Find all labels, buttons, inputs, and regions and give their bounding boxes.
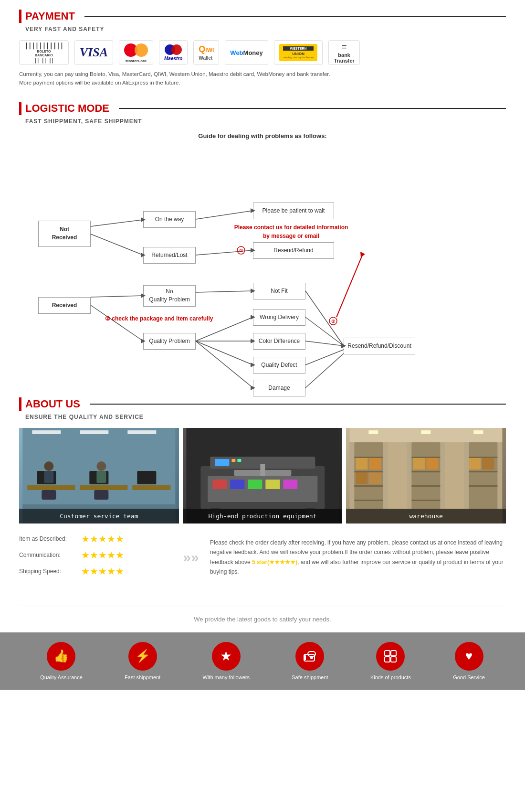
svg-rect-56 — [212, 480, 227, 489]
svg-rect-41 — [132, 485, 170, 490]
item-described-label: Item as Described: — [19, 535, 81, 542]
svg-rect-59 — [265, 480, 280, 489]
svg-line-29 — [305, 350, 344, 365]
svg-rect-84 — [412, 471, 441, 472]
good-service-icon: ♥ — [455, 642, 483, 671]
svg-marker-17 — [251, 315, 255, 320]
contact-text: Please contact us for detailed informati… — [220, 223, 363, 240]
payment-header-line — [84, 16, 506, 17]
kinds-products-label: Kinds of products — [370, 674, 411, 680]
rating-section: Item as Described: ★ ★ ★ ★ ★ Communicati… — [19, 533, 506, 582]
quality-assurance-item: 👍 Quality Assurance — [40, 642, 83, 680]
svg-rect-62 — [260, 464, 265, 476]
svg-rect-74 — [355, 457, 383, 458]
flowchart-lines: ① — [19, 149, 506, 378]
svg-marker-34 — [360, 252, 365, 257]
communication-label: Communication: — [19, 552, 81, 558]
svg-rect-40 — [80, 485, 127, 490]
svg-marker-15 — [251, 288, 255, 293]
damage-box: Damage — [253, 380, 305, 396]
svg-rect-82 — [412, 442, 441, 519]
svg-marker-13 — [141, 339, 146, 343]
svg-marker-19 — [251, 339, 255, 343]
svg-rect-93 — [469, 458, 481, 470]
payment-description: Currently, you can pay using Boleto, Vis… — [19, 70, 506, 87]
svg-rect-83 — [412, 457, 441, 458]
svg-rect-51 — [94, 490, 108, 500]
logistic-subtitle: FAST SHIPPMENT, SAFE SHIPPMENT — [25, 118, 506, 125]
payment-section: PAYMENT VERY FAST AND SAFETY |||||||||||… — [0, 0, 525, 97]
western-union-logo: WESTERN UNION moving money for better — [274, 40, 323, 65]
svg-rect-50 — [42, 490, 56, 500]
svg-rect-86 — [412, 500, 441, 501]
svg-rect-92 — [469, 485, 498, 487]
about-title: ABOUT US — [25, 398, 80, 410]
many-followers-label: With many followers — [203, 674, 250, 680]
svg-rect-70 — [369, 430, 378, 434]
kinds-products-item: Kinds of products — [370, 642, 411, 680]
payment-left-bar — [19, 10, 21, 23]
svg-line-20 — [196, 341, 253, 365]
svg-line-24 — [305, 291, 344, 346]
webmoney-logo: WebMoney — [225, 40, 268, 65]
svg-rect-81 — [369, 472, 381, 484]
caption-customer-service: Customer service team — [19, 509, 179, 524]
fast-shippment-icon: ⚡ — [128, 642, 157, 671]
svg-rect-96 — [388, 442, 407, 509]
svg-rect-65 — [215, 459, 229, 466]
maestro-logo: Maestro — [159, 40, 188, 65]
svg-rect-58 — [248, 480, 262, 489]
fast-shippment-label: Fast shippment — [125, 674, 160, 680]
safe-shippment-item: Safe shippment — [292, 642, 328, 680]
svg-rect-94 — [483, 458, 494, 470]
svg-marker-3 — [141, 253, 146, 257]
svg-rect-69 — [350, 428, 503, 442]
svg-rect-60 — [283, 480, 297, 489]
svg-line-4 — [196, 211, 253, 219]
svg-line-33 — [336, 254, 363, 317]
svg-rect-71 — [421, 430, 431, 434]
photo-customer-service: Customer service team — [19, 428, 179, 524]
svg-marker-28 — [341, 343, 346, 348]
photo-equipment: High-end production equipment — [183, 428, 343, 524]
svg-rect-99 — [304, 655, 306, 660]
svg-text:①: ① — [239, 248, 243, 253]
svg-rect-89 — [469, 442, 498, 519]
qiwi-logo: QIWI Wallet — [193, 40, 219, 65]
guide-title: Guide for dealing with problems as follo… — [19, 132, 506, 139]
svg-rect-46 — [44, 471, 53, 483]
svg-rect-91 — [469, 471, 498, 472]
payment-title: PAYMENT — [25, 10, 75, 22]
svg-text:①: ① — [331, 319, 335, 324]
svg-rect-90 — [469, 457, 498, 458]
communication-row: Communication: ★ ★ ★ ★ ★ — [19, 549, 172, 561]
boleto-logo: ||||||||||| BOLETOBANCARIO || || || — [19, 40, 69, 65]
svg-marker-11 — [141, 293, 146, 298]
payment-header: PAYMENT — [19, 10, 506, 23]
svg-line-22 — [196, 341, 253, 388]
svg-rect-72 — [474, 430, 483, 434]
caption-warehouse: warehouse — [346, 509, 506, 524]
svg-rect-75 — [355, 471, 383, 472]
photo-warehouse: warehouse — [346, 428, 506, 524]
about-header: ABOUT US — [19, 397, 506, 411]
logistic-header: LOGISTIC MODE — [19, 102, 506, 115]
photo-row: Customer service team — [19, 428, 506, 524]
rating-description: Please check the order clearly after rec… — [210, 538, 506, 577]
svg-rect-87 — [413, 458, 425, 470]
rating-stars: Item as Described: ★ ★ ★ ★ ★ Communicati… — [19, 533, 172, 582]
flowchart: Not Received On the way Returned/Lost Pl… — [19, 149, 506, 378]
about-left-bar — [19, 397, 21, 411]
logistic-section: LOGISTIC MODE FAST SHIPPMENT, SAFE SHIPP… — [0, 97, 525, 393]
bottom-icons-row: 👍 Quality Assurance ⚡ Fast shippment ★ W… — [19, 642, 506, 680]
fast-shippment-item: ⚡ Fast shippment — [125, 642, 160, 680]
safe-shippment-label: Safe shippment — [292, 674, 328, 680]
forward-arrows: »» — [172, 549, 210, 566]
svg-marker-1 — [141, 217, 146, 222]
svg-rect-39 — [27, 485, 75, 490]
svg-rect-77 — [355, 500, 383, 501]
provide-text: We provide the latest goods to satisfy y… — [0, 616, 525, 623]
svg-rect-37 — [80, 430, 108, 434]
divider — [19, 606, 506, 606]
kinds-products-icon — [376, 642, 405, 671]
